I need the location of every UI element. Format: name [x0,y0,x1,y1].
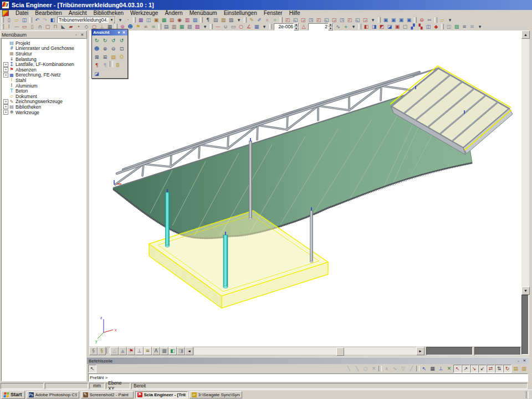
haunch-icon[interactable]: ◣ [59,23,67,30]
snap-parallel-icon[interactable]: ╱ [407,365,416,373]
render-window-icon[interactable]: ▨ [453,23,461,30]
expand-icon[interactable]: + [3,67,8,72]
expand-icon[interactable]: + [3,99,8,104]
rotate-view-y-icon[interactable]: ↻ [101,36,109,44]
fem-free-icon[interactable]: ▢ [401,23,409,30]
fem-solver-icon[interactable]: ◫ [424,23,432,30]
snap-intersection-icon[interactable]: ✕ [370,365,378,373]
snap-node-icon[interactable]: ∧ [382,365,391,373]
scale-stepper[interactable]: ▲▼ [328,23,333,30]
sidebar-item-dokument[interactable]: ▱Dokument [2,94,86,99]
layers-overflow-icon[interactable]: ▾ [201,23,209,30]
toolbar-grip[interactable] [269,24,272,29]
palette-menu-icon[interactable]: ▾ [116,30,121,35]
render-color-icon[interactable]: ◧ [168,347,177,355]
sidebar-item-lastfälle-lf-kombinationen[interactable]: +ΣLastfälle, LF-Kombinationen [2,62,86,67]
layer-c-icon[interactable]: ▦ [178,23,186,30]
snap-perpendicular-icon[interactable]: ▽ [399,365,407,373]
expand-icon[interactable]: + [3,62,8,67]
layer-b-icon[interactable]: ▥ [170,23,178,30]
scroll-up-icon[interactable]: ▲ [521,30,530,39]
snap-plus-icon[interactable]: + [342,23,350,30]
shading-off-icon[interactable]: § [89,347,98,355]
labels-display-icon[interactable]: A [152,347,160,355]
snap-tangent-icon[interactable]: ∿ [391,365,399,373]
supports-display-icon[interactable]: ⊥ [135,347,144,355]
snap-mode-3-icon[interactable]: ↘ [470,365,478,373]
arch-icon[interactable]: ∩ [36,23,44,30]
scroll-left-icon[interactable]: ◄ [185,347,193,355]
view-palette-titlebar[interactable]: Ansicht ▾ ✕ [92,29,127,35]
render-grey-icon[interactable]: ◨ [177,347,185,355]
command-input[interactable]: Prefähl > [88,374,528,382]
expand-icon[interactable]: + [3,104,8,109]
flag-icon[interactable]: ⚑ [134,23,142,30]
snap-center-icon[interactable]: ○ [361,365,370,373]
expand-icon[interactable]: + [3,73,8,78]
fem-refine-icon[interactable]: ◨ [370,23,378,30]
shading-on-icon[interactable]: § [98,347,106,355]
panel-icon[interactable]: ▰ [67,23,75,30]
toolbar-grip[interactable] [434,17,437,23]
link-a-icon[interactable]: ∞ [142,23,150,30]
snap-midpoint-icon[interactable]: ╲ [353,365,361,373]
command-line-titlebar[interactable]: Befehlszeile ▫ ✕ [87,357,529,364]
sidebar-item-absenzen[interactable]: +⚑Absenzen [2,67,86,73]
precision-spinner[interactable]: 2e-006 ▲▼ [274,23,299,30]
rotate-view-free-icon[interactable]: ↺ [117,36,126,44]
horizontal-scroll-thumb[interactable] [336,347,344,356]
sidebar-item-aluminium[interactable]: ⅠAluminium [2,83,86,89]
scroll-down-icon[interactable]: ▼ [521,287,530,295]
toolbar-grip[interactable] [133,17,136,23]
toolbar-grip[interactable] [359,24,361,29]
loads-display-icon[interactable]: ≡ [144,347,152,355]
results-overflow-icon[interactable]: ▾ [476,23,484,30]
combo-dropdown-icon[interactable]: ▾ [108,17,115,23]
snap-mode-4-icon[interactable]: ↙ [478,365,487,373]
rectangle-icon[interactable]: ▭ [229,23,237,30]
snap-mode-5-icon[interactable]: ⇄ [487,365,495,373]
toolbar-grip[interactable] [378,17,381,23]
wall-icon[interactable]: ▯ [28,23,36,30]
snap-mode-2-icon[interactable]: ↗ [462,365,470,373]
concrete-column-left[interactable] [166,192,170,246]
link-b-icon[interactable]: ∞ [150,23,157,30]
dot-grid-icon[interactable]: ▦ [428,365,437,373]
angle-icon[interactable]: ∠ [245,23,253,30]
toolbar-grip[interactable] [244,17,247,23]
toolbar-grip[interactable] [441,24,444,29]
walk-through-icon[interactable]: ☻ [93,44,101,53]
results-b-icon[interactable]: ≡ [468,23,476,30]
sidebar-item-belastung[interactable]: ⇓Belastung [2,57,86,62]
palette-close-icon[interactable]: ✕ [121,30,126,35]
graphics-viewport[interactable]: z x y [89,30,521,346]
toolbar-grip[interactable] [200,17,203,23]
point-snap-icon[interactable]: ✕ [445,365,453,373]
local-axes-icon[interactable]: ⚑ [127,347,135,355]
raster-icon[interactable]: ▦ [253,23,260,30]
layer-a-icon[interactable]: ▤ [162,23,170,30]
cursor-snap-icon[interactable]: ↖ [420,365,428,373]
horizontal-scrollbar[interactable] [194,347,416,355]
center-point-icon[interactable]: ◆ [432,23,440,30]
taskbar-task[interactable]: PsAdobe Photoshop CS3 E... [27,391,79,398]
toolbar-grip[interactable] [210,24,213,29]
layer-d-icon[interactable]: ▧ [186,23,193,30]
zoom-out-icon[interactable]: ⊖ [109,44,117,53]
volumes-icon[interactable]: △ [110,347,119,355]
snap-table-rows-icon[interactable]: ▤ [511,365,520,373]
zoom-window-icon[interactable]: ⊡ [117,44,126,53]
draw-overflow-icon[interactable]: ▾ [260,23,268,30]
toolbar-grip[interactable] [1,17,4,23]
sidebar-item-stahl[interactable]: ⅠStahl [2,78,86,83]
snap-mode-7-icon[interactable]: ↻ [503,365,511,373]
view-settings-icon[interactable]: ▤ [109,53,117,61]
fem-show-icon[interactable]: ◪ [386,23,393,30]
sidebar-item-beton[interactable]: TBeton [2,88,86,94]
truss-member-icon[interactable]: ◇ [83,23,90,30]
command-close-icon[interactable]: ✕ [521,358,528,364]
fem-hide-icon[interactable]: ◩ [378,23,386,30]
fem-node-icon[interactable]: ▣ [393,23,401,30]
polyline-icon[interactable]: ∪ [222,23,229,30]
pin-icon[interactable]: ▫ [73,32,79,38]
